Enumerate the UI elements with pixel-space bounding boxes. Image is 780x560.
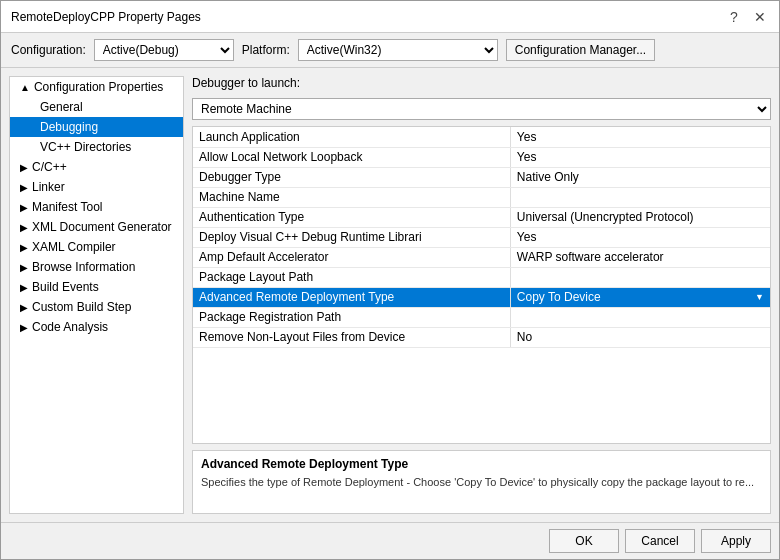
table-row[interactable]: Package Registration Path	[193, 307, 770, 327]
table-row[interactable]: Amp Default AcceleratorWARP software acc…	[193, 247, 770, 267]
property-name: Deploy Visual C++ Debug Runtime Librari	[193, 227, 510, 247]
description-text: Specifies the type of Remote Deployment …	[201, 475, 762, 490]
table-row[interactable]: Remove Non-Layout Files from DeviceNo	[193, 327, 770, 347]
property-name: Amp Default Accelerator	[193, 247, 510, 267]
property-value: Universal (Unencrypted Protocol)	[510, 207, 770, 227]
ok-button[interactable]: OK	[549, 529, 619, 553]
close-button[interactable]: ✕	[751, 9, 769, 25]
expand-icon: ▶	[20, 182, 28, 193]
table-row[interactable]: Allow Local Network LoopbackYes	[193, 147, 770, 167]
sidebar-item-browse-information[interactable]: ▶Browse Information	[10, 257, 183, 277]
description-panel: Advanced Remote Deployment Type Specifie…	[192, 450, 771, 514]
property-value: Yes	[510, 127, 770, 147]
table-row[interactable]: Authentication TypeUniversal (Unencrypte…	[193, 207, 770, 227]
sidebar-item-code-analysis[interactable]: ▶Code Analysis	[10, 317, 183, 337]
property-value: No	[510, 327, 770, 347]
window-title: RemoteDeployCPP Property Pages	[11, 10, 201, 24]
table-row[interactable]: Machine Name	[193, 187, 770, 207]
property-name: Debugger Type	[193, 167, 510, 187]
table-row[interactable]: Deploy Visual C++ Debug Runtime LibrariY…	[193, 227, 770, 247]
debugger-dropdown[interactable]: Remote Machine	[192, 98, 771, 120]
sidebar-item-label: Configuration Properties	[34, 80, 163, 94]
property-name: Package Layout Path	[193, 267, 510, 287]
property-name: Launch Application	[193, 127, 510, 147]
expand-icon: ▶	[20, 282, 28, 293]
sidebar-item-label: XML Document Generator	[32, 220, 172, 234]
property-value: Yes	[510, 147, 770, 167]
dropdown-arrow-icon: ▼	[755, 292, 764, 302]
expand-icon: ▶	[20, 202, 28, 213]
sidebar-item-label: C/C++	[32, 160, 67, 174]
sidebar-item-label: Code Analysis	[32, 320, 108, 334]
table-row[interactable]: Launch ApplicationYes	[193, 127, 770, 147]
property-value: WARP software accelerator	[510, 247, 770, 267]
expand-icon: ▶	[20, 242, 28, 253]
description-title: Advanced Remote Deployment Type	[201, 457, 762, 471]
toolbar: Configuration: Active(Debug) Platform: A…	[1, 33, 779, 68]
sidebar-item-label: Browse Information	[32, 260, 135, 274]
table-row[interactable]: Advanced Remote Deployment TypeCopy To D…	[193, 287, 770, 307]
title-bar-controls: ? ✕	[725, 9, 769, 25]
cancel-button[interactable]: Cancel	[625, 529, 695, 553]
sidebar-item-label: XAML Compiler	[32, 240, 116, 254]
sidebar-item-c-cpp[interactable]: ▶C/C++	[10, 157, 183, 177]
help-button[interactable]: ?	[725, 9, 743, 25]
property-name: Remove Non-Layout Files from Device	[193, 327, 510, 347]
table-row[interactable]: Debugger TypeNative Only	[193, 167, 770, 187]
bottom-buttons: OK Cancel Apply	[1, 522, 779, 559]
debugger-label: Debugger to launch:	[192, 76, 771, 90]
config-manager-button[interactable]: Configuration Manager...	[506, 39, 655, 61]
property-name: Advanced Remote Deployment Type	[193, 287, 510, 307]
property-value: Native Only	[510, 167, 770, 187]
property-value: Yes	[510, 227, 770, 247]
sidebar-item-general[interactable]: General	[10, 97, 183, 117]
expand-icon: ▶	[20, 302, 28, 313]
property-name: Allow Local Network Loopback	[193, 147, 510, 167]
expand-icon: ▶	[20, 262, 28, 273]
sidebar-item-label: Debugging	[40, 120, 98, 134]
sidebar-item-label: VC++ Directories	[40, 140, 131, 154]
expand-icon: ▶	[20, 222, 28, 233]
sidebar-item-build-events[interactable]: ▶Build Events	[10, 277, 183, 297]
configuration-select[interactable]: Active(Debug)	[94, 39, 234, 61]
property-value	[510, 267, 770, 287]
platform-label: Platform:	[242, 43, 290, 57]
sidebar-item-xaml-compiler[interactable]: ▶XAML Compiler	[10, 237, 183, 257]
platform-select[interactable]: Active(Win32)	[298, 39, 498, 61]
property-name: Machine Name	[193, 187, 510, 207]
table-row[interactable]: Package Layout Path	[193, 267, 770, 287]
sidebar-item-manifest-tool[interactable]: ▶Manifest Tool	[10, 197, 183, 217]
main-content: ▲Configuration PropertiesGeneralDebuggin…	[1, 68, 779, 522]
property-value	[510, 307, 770, 327]
debugger-select-row: Remote Machine	[192, 98, 771, 120]
property-value	[510, 187, 770, 207]
property-name: Authentication Type	[193, 207, 510, 227]
right-panel: Debugger to launch: Remote Machine Launc…	[192, 76, 771, 514]
properties-table: Launch ApplicationYesAllow Local Network…	[193, 127, 770, 348]
property-value: Copy To Device▼	[510, 287, 770, 307]
sidebar-item-debugging[interactable]: Debugging	[10, 117, 183, 137]
sidebar-item-xml-document-generator[interactable]: ▶XML Document Generator	[10, 217, 183, 237]
expand-icon: ▶	[20, 162, 28, 173]
sidebar-item-label: General	[40, 100, 83, 114]
properties-table-container: Launch ApplicationYesAllow Local Network…	[192, 126, 771, 444]
expand-icon: ▲	[20, 82, 30, 93]
title-bar: RemoteDeployCPP Property Pages ? ✕	[1, 1, 779, 33]
sidebar-item-label: Linker	[32, 180, 65, 194]
sidebar-item-label: Custom Build Step	[32, 300, 131, 314]
apply-button[interactable]: Apply	[701, 529, 771, 553]
property-pages-window: RemoteDeployCPP Property Pages ? ✕ Confi…	[0, 0, 780, 560]
sidebar-item-vc-directories[interactable]: VC++ Directories	[10, 137, 183, 157]
sidebar-item-configuration-properties[interactable]: ▲Configuration Properties	[10, 77, 183, 97]
sidebar-item-linker[interactable]: ▶Linker	[10, 177, 183, 197]
property-name: Package Registration Path	[193, 307, 510, 327]
configuration-label: Configuration:	[11, 43, 86, 57]
sidebar: ▲Configuration PropertiesGeneralDebuggin…	[9, 76, 184, 514]
sidebar-item-label: Build Events	[32, 280, 99, 294]
sidebar-item-label: Manifest Tool	[32, 200, 102, 214]
sidebar-item-custom-build-step[interactable]: ▶Custom Build Step	[10, 297, 183, 317]
expand-icon: ▶	[20, 322, 28, 333]
